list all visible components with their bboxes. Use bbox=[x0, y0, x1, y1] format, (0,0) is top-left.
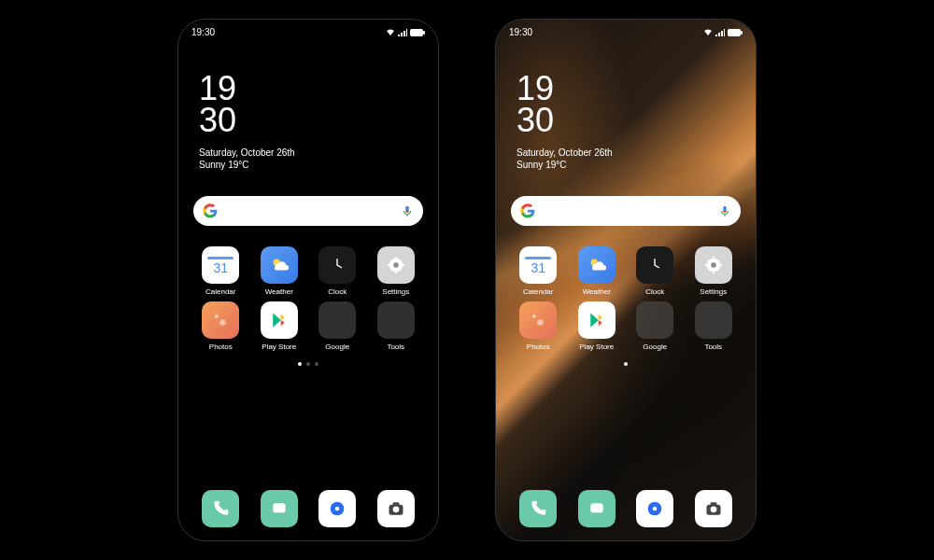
dock-messages[interactable] bbox=[261, 490, 298, 527]
camera-icon bbox=[704, 499, 723, 518]
svg-point-13 bbox=[335, 507, 340, 511]
app-calendar[interactable]: 31 Calendar bbox=[193, 246, 248, 296]
svg-rect-7 bbox=[388, 264, 391, 266]
dock-phone[interactable] bbox=[519, 490, 557, 527]
svg-rect-22 bbox=[713, 257, 715, 260]
messages-icon bbox=[270, 499, 289, 518]
clock-date: Saturday, October 26th bbox=[199, 147, 417, 158]
home-icon-grid: 31 Calendar Weather Clock Settings Photo… bbox=[496, 226, 756, 351]
folder-google[interactable]: Google bbox=[310, 301, 365, 351]
svg-rect-24 bbox=[705, 264, 709, 266]
photos-icon bbox=[529, 311, 547, 329]
google-logo-icon bbox=[203, 203, 218, 218]
dock-phone[interactable] bbox=[202, 490, 239, 527]
app-play-store[interactable]: Play Store bbox=[570, 301, 625, 351]
search-bar[interactable] bbox=[193, 196, 423, 226]
wifi-icon bbox=[703, 29, 713, 36]
dock bbox=[193, 490, 423, 527]
app-settings[interactable]: Settings bbox=[369, 246, 424, 296]
photos-icon bbox=[211, 311, 230, 329]
app-play-store[interactable]: Play Store bbox=[252, 301, 307, 351]
clock-date: Saturday, October 26th bbox=[517, 147, 735, 158]
dock-music[interactable] bbox=[318, 490, 356, 527]
gear-icon bbox=[703, 255, 724, 275]
voice-search-icon[interactable] bbox=[401, 204, 414, 217]
svg-rect-0 bbox=[410, 29, 423, 36]
svg-point-9 bbox=[215, 315, 219, 318]
folder-icon bbox=[695, 301, 732, 339]
page-dot bbox=[315, 362, 318, 366]
folder-tools[interactable]: Tools bbox=[369, 301, 424, 351]
svg-point-27 bbox=[537, 320, 544, 327]
app-photos[interactable]: Photos bbox=[511, 301, 566, 351]
app-label: Settings bbox=[382, 287, 409, 296]
dock-camera[interactable] bbox=[695, 490, 732, 527]
app-settings[interactable]: Settings bbox=[686, 246, 742, 296]
status-time: 19:30 bbox=[509, 27, 532, 37]
app-label: Tools bbox=[387, 343, 404, 351]
app-label: Google bbox=[643, 343, 667, 351]
svg-rect-25 bbox=[718, 264, 722, 266]
app-label: Tools bbox=[704, 343, 722, 351]
play-store-icon bbox=[270, 311, 289, 329]
dock bbox=[511, 490, 741, 527]
app-photos[interactable]: Photos bbox=[193, 301, 248, 351]
battery-icon bbox=[728, 29, 743, 36]
calendar-date-badge: 31 bbox=[213, 261, 228, 274]
app-label: Photos bbox=[209, 343, 233, 351]
clock-widget[interactable]: 19 30 Saturday, October 26th Sunny 19°C bbox=[496, 45, 756, 170]
phone-screenshot-dark: 19:30 19 30 Saturday, October 26th Sunny… bbox=[177, 19, 439, 541]
play-store-icon bbox=[587, 311, 606, 329]
phone-icon bbox=[529, 499, 547, 518]
svg-rect-5 bbox=[395, 257, 397, 260]
app-weather[interactable]: Weather bbox=[570, 246, 625, 296]
clock-weather: Sunny 19°C bbox=[517, 160, 735, 170]
status-bar: 19:30 bbox=[496, 20, 756, 45]
page-dot bbox=[306, 362, 310, 366]
clock-widget[interactable]: 19 30 Saturday, October 26th Sunny 19°C bbox=[178, 45, 438, 170]
app-clock[interactable]: Clock bbox=[628, 246, 683, 296]
folder-google[interactable]: Google bbox=[628, 301, 683, 351]
clock-hour: 19 bbox=[517, 73, 735, 105]
svg-point-32 bbox=[710, 507, 716, 513]
app-label: Play Store bbox=[579, 343, 614, 351]
app-label: Calendar bbox=[205, 287, 235, 296]
music-icon bbox=[327, 498, 347, 519]
app-label: Google bbox=[325, 343, 349, 351]
signal-icon bbox=[715, 29, 725, 36]
app-clock[interactable]: Clock bbox=[310, 246, 365, 296]
svg-rect-16 bbox=[392, 502, 399, 505]
folder-tools[interactable]: Tools bbox=[686, 301, 742, 351]
svg-point-26 bbox=[532, 315, 536, 318]
svg-rect-23 bbox=[713, 271, 715, 274]
app-label: Photos bbox=[527, 343, 550, 351]
svg-point-15 bbox=[392, 507, 399, 513]
dock-camera[interactable] bbox=[377, 490, 415, 527]
svg-point-21 bbox=[711, 263, 716, 269]
phone-icon bbox=[211, 499, 230, 518]
clock-weather: Sunny 19°C bbox=[199, 160, 417, 170]
calendar-date-badge: 31 bbox=[531, 261, 545, 274]
app-label: Weather bbox=[583, 287, 611, 296]
phone-screenshot-wallpaper: 19:30 19 30 Saturday, October 26th Sunny… bbox=[495, 19, 757, 541]
status-icons bbox=[386, 29, 425, 36]
page-indicator bbox=[496, 362, 756, 366]
signal-icon bbox=[398, 29, 407, 36]
svg-rect-1 bbox=[423, 31, 425, 35]
search-bar[interactable] bbox=[511, 196, 741, 226]
page-dot bbox=[298, 362, 302, 366]
voice-search-icon[interactable] bbox=[718, 204, 731, 217]
app-calendar[interactable]: 31 Calendar bbox=[511, 246, 566, 296]
status-bar: 19:30 bbox=[178, 20, 438, 45]
clock-hour: 19 bbox=[199, 73, 417, 105]
home-icon-grid: 31 Calendar Weather Clock Settings Photo… bbox=[178, 226, 438, 351]
status-time: 19:30 bbox=[191, 27, 215, 37]
dock-messages[interactable] bbox=[578, 490, 616, 527]
dock-music[interactable] bbox=[636, 490, 673, 527]
svg-rect-11 bbox=[273, 503, 285, 512]
status-icons bbox=[703, 29, 743, 36]
app-label: Calendar bbox=[523, 287, 553, 296]
music-icon bbox=[644, 498, 665, 519]
folder-icon bbox=[318, 301, 356, 339]
app-weather[interactable]: Weather bbox=[252, 246, 307, 296]
